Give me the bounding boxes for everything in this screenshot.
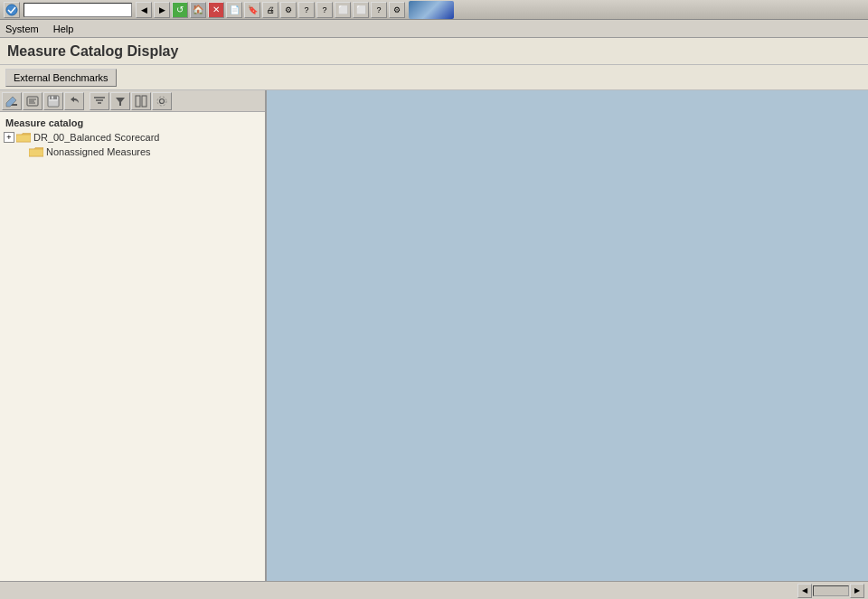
back-icon[interactable]: ◀	[136, 2, 152, 18]
page-title: Measure Catalog Display	[7, 43, 178, 60]
status-right: ◀ ▶	[797, 584, 864, 598]
tool3-icon[interactable]: ?	[316, 2, 333, 18]
folder-icon-dr00	[16, 132, 31, 143]
svg-point-16	[160, 98, 165, 103]
app-icon[interactable]: ⚙	[389, 2, 405, 18]
status-bar: ◀ ▶	[0, 581, 868, 599]
tool1-icon[interactable]: ⚙	[280, 2, 297, 18]
tree-item-dr00[interactable]: + DR_00_Balanced Scorecard	[0, 130, 265, 145]
panel-toolbar	[0, 90, 265, 112]
top-bar: ◀ ▶ ↺ 🏠 ✕ 📄 🔖 🖨 ⚙ ? ? ⬜ ⬜ ? ⚙	[0, 0, 868, 20]
window1-icon[interactable]: ⬜	[335, 2, 351, 18]
tree-item-nonassigned[interactable]: Nonassigned Measures	[25, 145, 265, 159]
nav1-icon[interactable]: ↺	[172, 2, 188, 18]
nav-icons: ◀ ▶ ↺ 🏠 ✕ 📄 🔖 🖨 ⚙ ? ? ⬜ ⬜ ? ⚙	[136, 2, 405, 18]
help-icon[interactable]: ?	[371, 2, 387, 18]
page-title-area: Measure Catalog Display	[0, 38, 868, 65]
nav2-icon[interactable]: 🏠	[190, 2, 206, 18]
left-panel: Measure catalog + DR_00_Balanced Scoreca…	[0, 90, 267, 581]
print-icon[interactable]: 🖨	[262, 2, 278, 18]
window2-icon[interactable]: ⬜	[353, 2, 369, 18]
toolbar-edit-btn[interactable]	[2, 92, 22, 110]
svg-marker-13	[116, 98, 125, 106]
tree-label-nonassigned: Nonassigned Measures	[46, 146, 151, 157]
toolbar-undo-btn[interactable]	[64, 92, 84, 110]
toolbar-columns-btn[interactable]	[131, 92, 151, 110]
app-logo	[409, 1, 454, 19]
scroll-right-btn[interactable]: ▶	[850, 584, 864, 598]
tree-label-dr00: DR_00_Balanced Scorecard	[33, 132, 159, 143]
svg-rect-8	[52, 96, 53, 98]
address-input[interactable]	[24, 3, 132, 17]
tree-area: Measure catalog + DR_00_Balanced Scoreca…	[0, 112, 265, 581]
toolbar-save-btn[interactable]	[43, 92, 63, 110]
svg-rect-14	[136, 96, 140, 107]
scroll-left-btn[interactable]: ◀	[797, 584, 812, 598]
right-panel	[267, 90, 868, 581]
menu-bar: System Help	[0, 20, 868, 38]
logo-icon[interactable]	[4, 2, 20, 18]
toolbar-filter2-btn[interactable]	[110, 92, 130, 110]
stop-icon[interactable]: ✕	[208, 2, 224, 18]
toolbar-display-btn[interactable]	[23, 92, 42, 110]
menu-system[interactable]: System	[4, 23, 41, 35]
menu-help[interactable]: Help	[52, 23, 76, 35]
tool2-icon[interactable]: ?	[298, 2, 315, 18]
svg-point-17	[157, 97, 166, 106]
svg-rect-15	[142, 96, 146, 107]
svg-rect-9	[49, 101, 58, 106]
toolbar-settings-btn[interactable]	[152, 92, 172, 110]
toolbar-filter1-btn[interactable]	[90, 92, 109, 110]
button-bar: External Benchmarks	[0, 65, 868, 90]
external-benchmarks-button[interactable]: External Benchmarks	[5, 69, 117, 87]
tree-header: Measure catalog	[0, 116, 265, 130]
main-content: Measure catalog + DR_00_Balanced Scoreca…	[0, 90, 868, 581]
forward-icon[interactable]: ▶	[154, 2, 170, 18]
page-icon[interactable]: 📄	[226, 2, 242, 18]
bookmark-icon[interactable]: 🔖	[244, 2, 260, 18]
folder-icon-nonassigned	[29, 146, 43, 157]
svg-point-0	[6, 5, 17, 15]
expand-dr00[interactable]: +	[4, 132, 14, 143]
